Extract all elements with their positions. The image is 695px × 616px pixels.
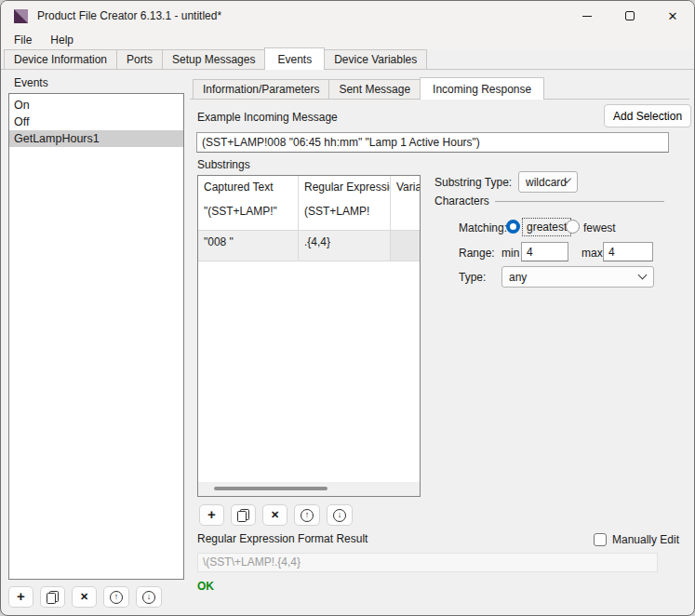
substring-type-value: wildcard [526, 176, 567, 189]
cell-regular-expression[interactable]: .{4,4} [299, 231, 391, 261]
substrings-label: Substrings [197, 158, 250, 171]
window-title: Product File Creator 6.13.1 - untitled* [37, 9, 221, 22]
plus-icon: + [17, 589, 25, 603]
main-tabstrip: Device Information Ports Setup Messages … [1, 49, 694, 70]
cell-captured-text[interactable]: "008 " [198, 231, 299, 261]
menu-item-file[interactable]: File [5, 32, 41, 48]
copy-icon [237, 509, 249, 522]
table-horizontal-scrollbar[interactable] [198, 482, 420, 496]
events-toolbar: + ✕ ↑ ↓ [8, 586, 162, 608]
table-header-row: Captured Text Regular Expressio Variab [198, 176, 421, 200]
substrings-toolbar: + ✕ ↑ ↓ [199, 504, 353, 526]
min-label: min [501, 247, 519, 260]
list-item-off[interactable]: Off [9, 114, 183, 130]
max-label: max [581, 247, 603, 260]
manually-edit-checkbox[interactable] [594, 533, 607, 546]
column-header-captured-text[interactable]: Captured Text [198, 176, 299, 200]
titlebar: Product File Creator 6.13.1 - untitled* … [1, 1, 694, 31]
tab-sent-message[interactable]: Sent Message [328, 79, 421, 99]
app-window: Product File Creator 6.13.1 - untitled* … [0, 0, 695, 616]
move-event-down-button[interactable]: ↓ [136, 586, 162, 608]
arrow-up-circle-icon: ↑ [301, 509, 314, 522]
x-icon: ✕ [271, 510, 279, 520]
tab-information-parameters[interactable]: Information/Parameters [193, 79, 329, 99]
chevron-down-icon [638, 271, 648, 280]
radio-fewest[interactable] [566, 220, 580, 234]
substring-type-select[interactable]: wildcard [518, 171, 578, 193]
menu-item-help[interactable]: Help [41, 32, 83, 48]
tab-incoming-response[interactable]: Incoming Response [420, 77, 544, 100]
regex-format-result-field: \(SST\+LAMP!.{4,4} [197, 553, 658, 572]
characters-group-label: Characters [434, 194, 489, 208]
list-item-getlamphours1[interactable]: GetLampHours1 [9, 130, 183, 147]
events-panel-label: Events [14, 76, 48, 89]
radio-fewest-label: fewest [583, 221, 616, 234]
minimize-button[interactable] [566, 1, 608, 31]
example-incoming-message-input[interactable] [196, 132, 669, 153]
move-event-up-button[interactable]: ↑ [103, 586, 129, 608]
copy-substring-button[interactable] [231, 504, 256, 526]
app-icon [14, 9, 28, 23]
min-input[interactable] [521, 242, 568, 261]
add-event-button[interactable]: + [8, 586, 33, 608]
matching-label: Matching: [459, 221, 507, 234]
type-select[interactable]: any [501, 266, 654, 288]
main-tab-events[interactable]: Events [264, 47, 325, 70]
cell-captured-text[interactable]: "(SST+LAMP!" [198, 200, 299, 231]
move-substring-up-button[interactable]: ↑ [294, 504, 320, 526]
events-list[interactable]: On Off GetLampHours1 [8, 93, 184, 580]
list-item-on[interactable]: On [9, 97, 183, 114]
arrow-down-circle-icon: ↓ [142, 591, 155, 604]
substrings-table[interactable]: Captured Text Regular Expressio Variab "… [197, 175, 421, 497]
close-icon: ✕ [668, 9, 678, 23]
column-header-variable[interactable]: Variab [391, 176, 421, 200]
manually-edit-label: Manually Edit [612, 533, 679, 546]
main-tab-device-variables[interactable]: Device Variables [324, 49, 427, 69]
maximize-button[interactable] [608, 1, 651, 31]
copy-event-button[interactable] [40, 586, 65, 608]
main-tab-ports[interactable]: Ports [116, 49, 163, 69]
minimize-icon [582, 16, 592, 17]
type-value: any [509, 271, 527, 284]
example-incoming-message-label: Example Incoming Message [197, 111, 338, 124]
range-label: Range: [459, 247, 495, 260]
delete-event-button[interactable]: ✕ [72, 586, 97, 608]
menubar: File Help [1, 31, 694, 49]
plus-icon: + [207, 507, 216, 521]
add-selection-button[interactable]: Add Selection [604, 104, 691, 127]
maximize-icon [625, 11, 635, 20]
radio-greatest[interactable] [506, 220, 520, 234]
response-tabstrip: Information/Parameters Sent Message Inco… [190, 79, 689, 100]
type-label: Type: [459, 271, 486, 284]
scrollbar-thumb[interactable] [214, 487, 327, 490]
window-controls: ✕ [566, 1, 694, 31]
delete-substring-button[interactable]: ✕ [262, 504, 287, 526]
cell-regular-expression[interactable]: (SST+LAMP! [299, 200, 391, 231]
max-input[interactable] [603, 242, 653, 261]
column-header-regular-expression[interactable]: Regular Expressio [299, 176, 391, 200]
arrow-down-circle-icon: ↓ [333, 509, 346, 522]
table-row-selected[interactable]: "008 " .{4,4} [198, 231, 421, 261]
add-substring-button[interactable]: + [199, 504, 224, 526]
main-tab-device-information[interactable]: Device Information [4, 49, 117, 69]
characters-divider [495, 201, 664, 202]
regex-format-result-label: Regular Expression Format Result [197, 532, 368, 545]
close-button[interactable]: ✕ [651, 1, 694, 31]
copy-icon [47, 591, 59, 604]
substring-type-label: Substring Type: [434, 176, 512, 189]
main-tab-setup-messages[interactable]: Setup Messages [162, 49, 265, 69]
x-icon: ✕ [80, 592, 88, 602]
table-row[interactable]: "(SST+LAMP!" (SST+LAMP! [198, 200, 421, 231]
status-text: OK [197, 580, 214, 593]
arrow-up-circle-icon: ↑ [110, 591, 123, 604]
cell-variable[interactable] [391, 200, 421, 231]
move-substring-down-button[interactable]: ↓ [327, 504, 353, 526]
cell-variable[interactable] [391, 231, 421, 261]
radio-greatest-label: greatest [522, 218, 571, 236]
